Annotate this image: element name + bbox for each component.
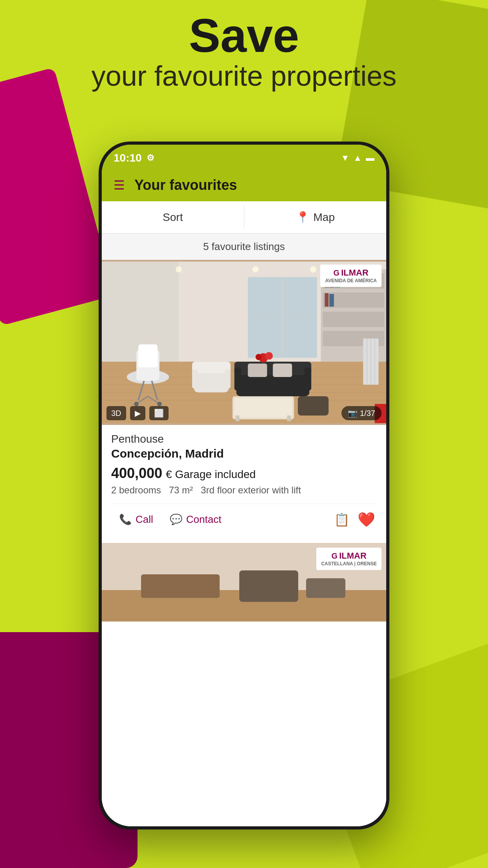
video-icon: ▶ <box>135 408 141 418</box>
gilmar-logo: G ILMAR <box>334 268 369 278</box>
svg-rect-11 <box>323 312 385 327</box>
map-label: Map <box>314 211 335 224</box>
3d-button[interactable]: 3D <box>106 406 126 420</box>
property-image-container[interactable]: G ILMAR AVENIDA DE AMÉRICA 3D ▶ <box>102 260 386 425</box>
status-time-section: 10:10 ⚙ <box>114 152 154 164</box>
image-controls: 3D ▶ ⬜ <box>106 406 169 420</box>
sort-button[interactable]: Sort <box>102 201 244 233</box>
spec-area: 73 m² <box>169 485 193 496</box>
action-right-buttons: 📋 ❤️ <box>334 511 375 528</box>
svg-point-54 <box>253 266 259 272</box>
svg-rect-60 <box>141 574 220 598</box>
svg-point-43 <box>255 354 262 360</box>
image-count: 📷 1/37 <box>341 406 382 420</box>
map-pin-icon: 📍 <box>296 211 310 224</box>
hero-section: Save your favourite properties <box>0 12 488 93</box>
property-card-preview[interactable]: G ILMAR CASTELLANA | ORENSE <box>102 543 386 622</box>
favourite-button[interactable]: ❤️ <box>358 511 375 528</box>
gilmar-logo-2: G ILMAR <box>332 551 367 561</box>
map-button[interactable]: 📍 Map <box>244 201 387 233</box>
phone-icon: 📞 <box>119 513 132 526</box>
video-button[interactable]: ▶ <box>130 406 145 420</box>
svg-point-29 <box>134 402 139 406</box>
floorplan-icon: ⬜ <box>154 408 164 418</box>
price-extra: Garage included <box>175 468 255 480</box>
phone-device: 10:10 ⚙ ▼ ▲ ▬ ☰ Your favourites Sort 📍 M… <box>99 142 389 829</box>
gilmar-badge-2: G ILMAR CASTELLANA | ORENSE <box>316 548 382 570</box>
listings-count-bar: 5 favourite listings <box>102 234 386 260</box>
toolbar: Sort 📍 Map <box>102 201 386 234</box>
svg-rect-39 <box>248 364 267 377</box>
svg-point-42 <box>265 352 273 360</box>
floorplan-button[interactable]: ⬜ <box>149 406 169 420</box>
price-amount: 400,000 <box>111 465 162 481</box>
app-bar-title: Your favourites <box>134 177 237 193</box>
gilmar-location-badge: AVENIDA DE AMÉRICA <box>325 278 377 283</box>
spec-floor: 3rd floor exterior with lift <box>201 485 301 496</box>
svg-rect-33 <box>192 369 198 388</box>
listings-scroll[interactable]: G ILMAR AVENIDA DE AMÉRICA 3D ▶ <box>102 260 386 826</box>
gilmar-location-badge-2: CASTELLANA | ORENSE <box>321 561 377 566</box>
clipboard-icon: 📋 <box>334 513 350 527</box>
gilmar-badge: G ILMAR AVENIDA DE AMÉRICA <box>320 265 382 287</box>
property-price: 400,000 € Garage included <box>111 465 377 482</box>
svg-rect-38 <box>305 368 312 391</box>
svg-rect-61 <box>239 570 298 602</box>
call-button[interactable]: 📞 Call <box>113 510 160 529</box>
svg-rect-45 <box>235 398 292 417</box>
property-specs: 2 bedrooms 73 m² 3rd floor exterior with… <box>111 485 377 496</box>
contact-button[interactable]: 💬 Contact <box>163 510 228 529</box>
svg-rect-47 <box>287 416 291 421</box>
spec-bedrooms: 2 bedrooms <box>111 485 161 496</box>
battery-icon: ▬ <box>366 153 374 163</box>
svg-rect-34 <box>225 369 231 388</box>
listings-count-text: 5 favourite listings <box>203 241 285 252</box>
property-info: Penthouse Concepción, Madrid 400,000 € G… <box>102 425 386 537</box>
svg-rect-16 <box>325 293 328 307</box>
preview-image-container: G ILMAR CASTELLANA | ORENSE <box>102 543 386 622</box>
clipboard-button[interactable]: 📋 <box>334 512 350 527</box>
svg-rect-46 <box>235 416 239 421</box>
clock-time: 10:10 <box>114 152 142 164</box>
sort-label: Sort <box>163 211 183 224</box>
status-icons: ▼ ▲ ▬ <box>341 153 374 163</box>
hero-subtitle: your favourite properties <box>0 59 488 93</box>
hero-title: Save <box>0 12 488 59</box>
status-bar: 10:10 ⚙ ▼ ▲ ▬ <box>102 145 386 169</box>
call-label: Call <box>136 513 153 526</box>
svg-rect-37 <box>235 368 242 391</box>
svg-point-53 <box>176 266 182 272</box>
svg-rect-48 <box>298 396 328 416</box>
camera-icon: 📷 <box>348 408 358 418</box>
property-card: G ILMAR AVENIDA DE AMÉRICA 3D ▶ <box>102 260 386 537</box>
svg-rect-62 <box>306 578 345 598</box>
settings-icon: ⚙ <box>147 153 154 163</box>
app-bar: ☰ Your favourites <box>102 169 386 201</box>
svg-rect-36 <box>235 362 312 375</box>
property-actions: 📞 Call 💬 Contact 📋 <box>111 504 377 529</box>
menu-icon[interactable]: ☰ <box>114 178 125 193</box>
svg-rect-24 <box>138 344 158 368</box>
phone-screen: 10:10 ⚙ ▼ ▲ ▬ ☰ Your favourites Sort 📍 M… <box>102 145 386 826</box>
image-count-text: 1/37 <box>360 409 375 418</box>
contact-label: Contact <box>186 513 222 526</box>
svg-rect-40 <box>273 364 292 377</box>
signal-icon: ▲ <box>353 153 362 163</box>
property-location: Concepción, Madrid <box>111 447 377 460</box>
price-currency: € <box>166 468 175 480</box>
property-type: Penthouse <box>111 433 377 445</box>
heart-icon: ❤️ <box>358 511 375 528</box>
svg-point-30 <box>157 402 162 406</box>
svg-rect-17 <box>329 294 334 307</box>
chat-icon: 💬 <box>170 513 182 526</box>
wifi-icon: ▼ <box>341 153 349 163</box>
svg-point-55 <box>310 266 316 272</box>
svg-rect-32 <box>192 362 231 373</box>
bg-decoration-left <box>0 67 115 326</box>
3d-label: 3D <box>111 409 121 418</box>
